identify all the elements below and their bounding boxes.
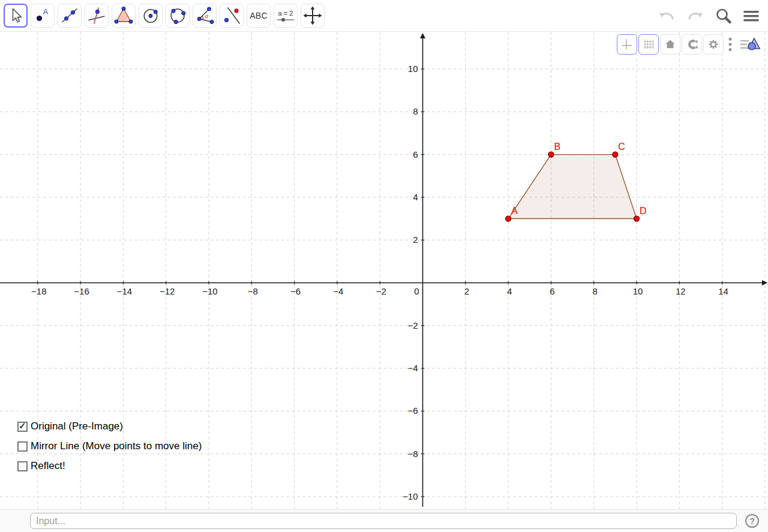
polygon-icon — [114, 6, 133, 25]
polygon-ABCD[interactable] — [508, 155, 637, 219]
tool-button-move-graphics-view[interactable] — [301, 4, 325, 28]
tool-button-polygon[interactable] — [112, 4, 136, 28]
point-D[interactable] — [634, 216, 640, 221]
tool-button-move[interactable] — [4, 4, 28, 28]
svg-text:−18: −18 — [31, 286, 46, 296]
text-tool-label: ABC — [250, 11, 268, 20]
svg-text:α: α — [205, 13, 209, 19]
view-style-icon — [739, 35, 761, 53]
point-capturing-button[interactable] — [682, 34, 702, 55]
tool-button-reflect-about-line[interactable] — [220, 4, 244, 28]
point-A[interactable] — [506, 216, 511, 221]
point-label-B: B — [554, 142, 560, 152]
checkbox-label-reflect: Reflect! — [31, 460, 65, 472]
svg-text:−10: −10 — [202, 286, 217, 296]
tool-button-perpendicular-line[interactable] — [85, 4, 109, 28]
svg-text:−14: −14 — [117, 286, 132, 296]
svg-text:10: 10 — [633, 286, 643, 296]
checkbox-original[interactable]: ✓ Original (Pre-Image) — [17, 421, 202, 432]
svg-text:−8: −8 — [407, 449, 418, 459]
search-button[interactable] — [713, 5, 734, 27]
point-B[interactable] — [548, 152, 554, 157]
move-graphics-icon — [303, 6, 322, 25]
reflect-about-line-icon — [222, 6, 241, 25]
input-field[interactable] — [30, 513, 737, 529]
menu-button[interactable] — [740, 5, 762, 27]
tool-button-line[interactable] — [58, 4, 82, 28]
checkbox-label-mirror-line: Mirror Line (Move points to move line) — [31, 440, 202, 452]
search-icon — [714, 7, 733, 26]
svg-text:8: 8 — [413, 106, 418, 116]
checkbox-reflect[interactable]: Reflect! — [17, 461, 202, 471]
point-label-D: D — [640, 206, 647, 216]
graphics-view: −18−16−14−12−10−8−6−4−202468101214108642… — [0, 32, 768, 509]
point-C[interactable] — [613, 152, 618, 157]
conic-through-points-icon — [168, 6, 187, 25]
svg-text:−4: −4 — [333, 286, 343, 296]
svg-text:10: 10 — [408, 64, 418, 74]
svg-text:12: 12 — [676, 286, 686, 296]
tool-button-conic-through-points[interactable] — [166, 4, 190, 28]
svg-text:−4: −4 — [407, 363, 418, 373]
checkmark-icon: ✓ — [19, 420, 26, 431]
checkbox-box-reflect[interactable] — [17, 461, 28, 471]
axes-icon — [621, 37, 633, 52]
input-bar: ? — [0, 509, 768, 532]
topbar-right — [655, 0, 762, 32]
svg-text:8: 8 — [593, 286, 598, 296]
line-icon — [60, 6, 79, 25]
checkbox-box-mirror-line[interactable] — [17, 441, 28, 452]
toolbar: A — [0, 0, 768, 32]
toggle-grid-button[interactable] — [638, 34, 659, 55]
svg-text:4: 4 — [507, 286, 512, 296]
move-cursor-icon — [6, 6, 25, 25]
redo-button[interactable] — [684, 5, 707, 27]
view-style-toggle-button[interactable] — [737, 34, 763, 55]
tool-button-circle-center-point[interactable] — [139, 4, 163, 28]
point-label-A: A — [511, 206, 518, 216]
perpendicular-line-icon — [87, 6, 106, 25]
svg-text:−16: −16 — [74, 286, 89, 296]
checkbox-panel: ✓ Original (Pre-Image) Mirror Line (Move… — [17, 421, 202, 471]
toggle-axes-button[interactable] — [617, 34, 637, 55]
svg-text:−6: −6 — [290, 286, 301, 296]
svg-text:14: 14 — [718, 286, 728, 296]
slider-icon — [277, 17, 295, 22]
vertical-dots-icon — [727, 37, 733, 52]
svg-text:−2: −2 — [407, 320, 418, 330]
hamburger-menu-icon — [742, 7, 761, 26]
more-options-button[interactable] — [725, 34, 736, 55]
svg-text:2: 2 — [464, 286, 469, 296]
svg-text:−6: −6 — [407, 405, 418, 416]
home-icon — [664, 37, 676, 52]
point-icon: A — [33, 6, 52, 25]
checkbox-box-original[interactable]: ✓ — [17, 422, 28, 432]
svg-text:A: A — [43, 7, 49, 16]
gear-icon — [707, 37, 719, 52]
tool-button-text[interactable]: ABC — [247, 4, 271, 28]
tool-buttons: A — [4, 4, 325, 28]
home-button[interactable] — [660, 34, 680, 55]
checkbox-mirror-line[interactable]: Mirror Line (Move points to move line) — [17, 441, 202, 452]
redo-icon — [685, 7, 706, 26]
circle-center-point-icon — [141, 6, 160, 25]
svg-text:6: 6 — [550, 286, 554, 296]
tool-button-slider[interactable]: a = 2 — [274, 4, 298, 28]
graphics-stylebar — [617, 34, 763, 55]
undo-button[interactable] — [655, 5, 678, 27]
tool-button-point[interactable]: A — [31, 4, 55, 28]
tool-button-angle[interactable]: α — [193, 4, 217, 28]
settings-button[interactable] — [703, 34, 724, 55]
point-label-C: C — [618, 142, 625, 152]
svg-text:2: 2 — [413, 235, 418, 245]
magnet-icon — [686, 37, 698, 52]
grid-icon — [643, 37, 655, 52]
svg-text:−8: −8 — [248, 286, 258, 296]
angle-icon: α — [195, 6, 214, 25]
checkbox-label-original: Original (Pre-Image) — [31, 420, 123, 432]
svg-text:−2: −2 — [376, 286, 386, 296]
svg-text:6: 6 — [413, 149, 418, 160]
svg-text:−12: −12 — [160, 286, 175, 296]
undo-icon — [656, 7, 677, 26]
help-button[interactable]: ? — [745, 514, 759, 528]
